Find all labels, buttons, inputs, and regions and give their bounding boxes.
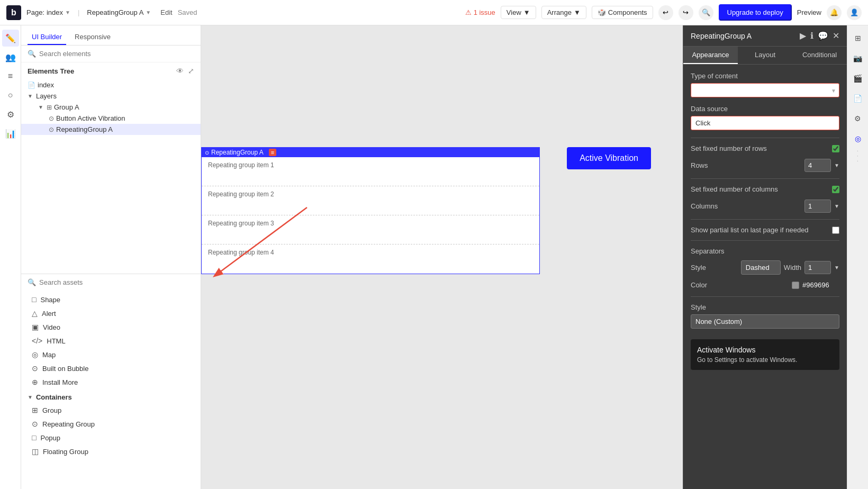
far-right-page-icon[interactable]: 📄	[849, 90, 866, 107]
rows-control: ▼	[804, 159, 839, 172]
columns-input[interactable]	[804, 200, 831, 213]
sidebar-item-analytics[interactable]: 📊	[2, 125, 19, 142]
type-of-content-label: Type of content	[691, 72, 839, 80]
set-fixed-cols-checkbox[interactable]	[832, 186, 839, 193]
map-icon: ◎	[32, 350, 38, 359]
far-right-circle-icon[interactable]: ◎	[849, 130, 866, 147]
tree-visibility-button[interactable]: 👁	[176, 67, 184, 75]
containers-section-header[interactable]: ▼ Containers	[21, 389, 201, 403]
sidebar-item-data[interactable]: ≡	[2, 68, 19, 85]
far-right-camera-icon[interactable]: 📷	[849, 50, 866, 67]
set-fixed-cols-row: Set fixed number of columns	[691, 185, 839, 193]
far-right-grid-icon[interactable]: ⊞	[849, 30, 866, 47]
rg-item-2: Repeating group item 2	[202, 186, 539, 215]
far-right-settings-icon[interactable]: ⚙	[849, 110, 866, 127]
element-item-shape[interactable]: □ Shape	[21, 293, 201, 306]
style-label: Style	[691, 264, 706, 271]
element-item-install-more[interactable]: ⊕ Install More	[21, 375, 201, 389]
canvas-area[interactable]: Active Vibration ⊙ RepeatingGroup A ≡ Re…	[201, 25, 683, 489]
far-right-dots: · · ·	[855, 150, 861, 163]
assets-search-input[interactable]	[39, 278, 194, 286]
tab-conditional[interactable]: Conditional	[792, 47, 847, 64]
preview-button[interactable]: Preview	[797, 8, 821, 16]
tree-item-layers[interactable]: ▼ Layers	[21, 90, 201, 102]
element-item-floating-group[interactable]: ◫ Floating Group	[21, 445, 201, 458]
element-item-popup[interactable]: □ Popup	[21, 431, 201, 445]
element-selector[interactable]: RepeatingGroup A ▼	[87, 8, 151, 16]
data-source-input[interactable]	[691, 116, 839, 130]
search-button[interactable]: 🔍	[699, 5, 713, 20]
tab-layout[interactable]: Layout	[738, 47, 792, 64]
close-icon[interactable]: ✕	[833, 31, 839, 41]
sidebar-item-users[interactable]: 👥	[2, 49, 19, 66]
set-fixed-rows-checkbox[interactable]	[832, 145, 839, 152]
view-chevron-icon: ▼	[523, 8, 530, 16]
tab-ui-builder[interactable]: UI Builder	[28, 30, 66, 45]
rows-input[interactable]	[804, 159, 831, 172]
search-elements-input[interactable]	[39, 50, 194, 58]
type-of-content-input[interactable]	[691, 83, 839, 97]
border-style-select[interactable]: None (Custom)	[691, 314, 839, 329]
element-item-repeating-group[interactable]: ⊙ Repeating Group	[21, 417, 201, 431]
alert-label: Alert	[42, 310, 56, 318]
active-vibration-button[interactable]: Active Vibration	[567, 147, 651, 169]
tree-expand-button[interactable]: ⤢	[188, 67, 194, 75]
topbar-divider: |	[78, 8, 79, 16]
issue-badge[interactable]: ⚠ 1 issue	[465, 8, 495, 16]
tree-item-index[interactable]: 📄 index	[21, 79, 201, 90]
color-input[interactable]	[802, 281, 839, 289]
left-panel-tabs: UI Builder Responsive	[21, 25, 201, 46]
columns-control: ▼	[804, 200, 839, 213]
undo-button[interactable]: ↩	[658, 5, 673, 20]
set-fixed-rows-label: Set fixed number of rows	[691, 144, 767, 152]
color-swatch[interactable]	[792, 282, 799, 289]
layers-caret-icon: ▼	[28, 93, 33, 99]
install-more-icon: ⊕	[32, 378, 38, 386]
data-source-field: Data source	[691, 105, 839, 130]
tab-responsive[interactable]: Responsive	[70, 30, 115, 45]
repeating-group-canvas[interactable]: ⊙ RepeatingGroup A ≡ Repeating group ite…	[201, 147, 540, 274]
width-input[interactable]	[804, 261, 831, 274]
tree-item-group-a[interactable]: ▼ ⊞ Group A	[21, 102, 201, 113]
tab-appearance[interactable]: Appearance	[683, 47, 738, 64]
upgrade-button[interactable]: Upgrade to deploy	[719, 4, 792, 21]
sidebar-item-ui[interactable]: ✏️	[2, 30, 19, 47]
divider-1	[691, 138, 839, 138]
rg-canvas-title: RepeatingGroup A	[211, 149, 264, 156]
element-item-built-on-bubble[interactable]: ⊙ Built on Bubble	[21, 361, 201, 375]
elements-tree: 📄 index ▼ Layers ▼ ⊞ Group A ⊙ Button Ac…	[21, 79, 201, 274]
rows-chevron-icon: ▼	[834, 162, 839, 168]
tree-item-group-a-label: Group A	[54, 103, 79, 111]
notification-icon[interactable]: 🔔	[827, 5, 842, 20]
repeating-group-el-label: Repeating Group	[42, 420, 95, 428]
active-vibration-element[interactable]: Active Vibration	[567, 147, 651, 169]
divider-4	[691, 240, 839, 241]
sidebar-item-settings[interactable]: ⚙	[2, 106, 19, 123]
tree-item-repeatinggroup-a[interactable]: ⊙ RepeatingGroup A	[21, 124, 201, 135]
far-right-video-icon[interactable]: 🎬	[849, 70, 866, 87]
show-partial-checkbox[interactable]	[832, 227, 839, 234]
info-icon[interactable]: ℹ	[810, 31, 813, 41]
page-name[interactable]: index	[47, 8, 63, 16]
user-avatar[interactable]: 👤	[847, 5, 862, 20]
sidebar-item-logic[interactable]: ○	[2, 87, 19, 104]
rows-row: Rows ▼	[691, 159, 839, 172]
tree-item-button-active-vibration[interactable]: ⊙ Button Active Vibration	[21, 113, 201, 124]
comment-icon[interactable]: 💬	[818, 31, 828, 41]
video-icon: ▣	[32, 323, 39, 331]
element-item-map[interactable]: ◎ Map	[21, 348, 201, 361]
style-select[interactable]: Dashed	[741, 260, 781, 275]
play-icon[interactable]: ▶	[800, 31, 806, 41]
element-item-video[interactable]: ▣ Video	[21, 320, 201, 334]
arrange-button[interactable]: Arrange ▼	[541, 6, 586, 19]
columns-row: Columns ▼	[691, 200, 839, 213]
redo-button[interactable]: ↪	[679, 5, 693, 20]
color-control	[792, 281, 839, 289]
element-item-alert[interactable]: △ Alert	[21, 306, 201, 320]
view-button[interactable]: View ▼	[501, 6, 536, 19]
elements-list: □ Shape △ Alert ▣ Video </> HTML ◎ Map ⊙…	[21, 291, 201, 489]
element-item-group[interactable]: ⊞ Group	[21, 403, 201, 417]
element-item-html[interactable]: </> HTML	[21, 334, 201, 348]
components-button[interactable]: 🎲 Components	[592, 6, 653, 19]
rg-item-3: Repeating group item 3	[202, 215, 539, 245]
